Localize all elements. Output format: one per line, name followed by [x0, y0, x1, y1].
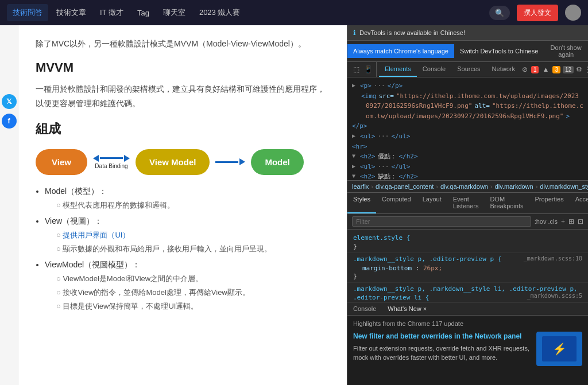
style-file-2: _markdown.scss:5 [527, 293, 582, 299]
device-icon[interactable]: 📱 [363, 64, 374, 75]
whats-new-headline: New filter and better overrides in the N… [353, 332, 531, 341]
list-subitem-model-1: 模型代表應用程序的數據和邏輯。 [56, 200, 330, 211]
bottom-content: Highlights from the Chrome 117 update Ne… [347, 316, 588, 385]
lang-dismiss-button[interactable]: Don't show again [544, 41, 588, 61]
facebook-button[interactable]: f [2, 114, 17, 129]
style-rule-element: element.style { } [347, 232, 588, 253]
list-subitem-view-2: 顯示數據的外觀和布局給用戶，接收用戶輸入，並向用戶呈現。 [56, 244, 330, 254]
article-list: Model（模型）： 模型代表應用程序的數據和邏輯。 View（視圖）： 提供用… [36, 186, 330, 312]
breadcrumb-qa-markdown[interactable]: div.qa-markdown [440, 183, 488, 190]
diagram-viewmodel-box: View Model [136, 149, 210, 175]
styles-tab-styles[interactable]: Styles [347, 193, 376, 213]
styles-filter-input[interactable] [352, 216, 531, 227]
breadcrumb-qa-panel[interactable]: div.qa-panel_content [376, 183, 434, 190]
devtools-source: ▶ <p> ··· </p> <img src= "https://ithelp… [347, 77, 588, 181]
list-subitem-vm-1: ViewModel是Model和View之間的中介層。 [56, 274, 330, 284]
article-mvvm-desc: 一種用於軟體設計和開發的架構模式，建立具有良好結構和可維護性的應用程序，以便更容… [36, 82, 330, 111]
info-badge: 12 [563, 66, 574, 73]
whats-new-text: New filter and better overrides in the N… [353, 332, 531, 363]
styles-tab-layout[interactable]: Layout [417, 193, 447, 213]
add-style-icon[interactable]: + [561, 217, 565, 225]
diagram-arrow-right [215, 158, 245, 165]
nav-item-articles[interactable]: 技術文章 [51, 4, 92, 21]
diagram-model-box: Model [251, 149, 303, 175]
styles-tab-properties[interactable]: Properties [529, 193, 570, 213]
mvvm-diagram: View Data Binding View Model [36, 149, 330, 175]
article-h2-mvvm: MVVM [36, 60, 330, 75]
breadcrumb-learfix[interactable]: learfix [352, 183, 369, 190]
arrow-right-head [124, 155, 130, 162]
whats-new-desc: Filter out extension requests, override … [353, 344, 531, 363]
tab-network[interactable]: Network [486, 62, 521, 77]
hov-cls-label[interactable]: :hov .cls [535, 218, 558, 225]
list-subitem-vm-3: 目標是使View保持簡單，不處理UI邏輯。 [56, 301, 330, 312]
nav-item-jobs[interactable]: IT 徵才 [94, 4, 129, 21]
search-button[interactable]: 🔍 [489, 6, 510, 20]
arrow-left-head [93, 155, 99, 162]
new-style-icon[interactable]: ⊞ [568, 217, 574, 225]
devtools-styles: Styles Computed Layout Event Listeners D… [347, 193, 588, 302]
styles-tabs: Styles Computed Layout Event Listeners D… [347, 193, 588, 214]
styles-tab-accessibility[interactable]: Accessibility [570, 193, 588, 213]
nav-item-ironman[interactable]: 2023 鐵人賽 [194, 4, 246, 21]
styles-tab-computed[interactable]: Computed [376, 193, 417, 213]
notification-text: DevTools is now available in Chinese! [359, 29, 465, 36]
style-prop-margin-bottom: margin-bottom : 26px; [353, 264, 582, 273]
devtools-tab-end: ⊘ 1 ▲ 3 12 ⚙ ⋮ [521, 64, 588, 75]
diagram-view-box: View [36, 149, 87, 175]
source-line-ul2: ▶ <ul> ··· </ul> [352, 162, 583, 172]
settings-icon[interactable]: ⚙ [576, 65, 582, 73]
computed-icon[interactable]: ⊡ [578, 217, 583, 225]
bottom-tab-whatsnew[interactable]: What's New × [382, 302, 432, 315]
write-button[interactable]: 撰人發文 [517, 5, 558, 21]
list-item-view: View（視圖）： 提供用戶界面（UI） 顯示數據的外觀和布局給用戶，接收用戶輸… [45, 216, 330, 254]
devtools-panel: ℹ DevTools is now available in Chinese! … [347, 25, 588, 385]
style-file-1: _markdown.scss:10 [524, 255, 582, 262]
source-line-h2-con: ▼ <h2> 缺點： </h2> [352, 172, 583, 181]
tab-console[interactable]: Console [417, 62, 451, 77]
article-area: 除了MVC以外，另一種軟體設計模式是MVVM（Model-View-ViewMo… [18, 25, 347, 385]
warning-icon: ▲ [541, 64, 550, 75]
lang-match-button[interactable]: Always match Chrome's language [347, 44, 454, 58]
bottom-tabs: Console What's New × [347, 302, 588, 316]
list-subitem-view-1: 提供用戶界面（UI） [56, 230, 330, 240]
arrow-label: Data Binding [95, 163, 127, 169]
whats-new-item: New filter and better overrides in the N… [353, 332, 582, 366]
devtools-bottom: Console What's New × Highlights from the… [347, 302, 588, 385]
tab-sources[interactable]: Sources [451, 62, 486, 77]
devtools-lang-bar: Always match Chrome's language Switch De… [347, 41, 588, 62]
devtools-tab-icons: ⬚ 📱 [350, 62, 377, 77]
styles-tab-events[interactable]: Event Listeners [447, 193, 485, 213]
network-icon: ⚡ [552, 342, 567, 356]
source-line-ul1: ▶ <ul> ··· </ul> [352, 131, 583, 142]
breadcrumb-markdown[interactable]: div.markdown [495, 183, 533, 190]
avatar[interactable] [565, 5, 581, 21]
arrow-right-head-2 [239, 158, 245, 165]
nav-item-chat[interactable]: 聊天室 [157, 4, 191, 21]
search-icon: 🔍 [495, 9, 504, 17]
inspect-icon[interactable]: ⬚ [352, 64, 361, 75]
breadcrumb-markdown-style[interactable]: div.markdown_style [540, 183, 588, 190]
lang-switch-button[interactable]: Switch DevTools to Chinese [454, 44, 544, 58]
list-item-model: Model（模型）： 模型代表應用程序的數據和邏輯。 [45, 186, 330, 211]
source-line-img: <img src= "https://ithelp.ithome.com.tw/… [352, 91, 583, 102]
styles-tab-dom[interactable]: DOM Breakpoints [484, 193, 529, 213]
whats-new-title: Highlights from the Chrome 117 update [353, 320, 582, 327]
top-nav: 技術問答 技術文章 IT 徵才 Tag 聊天室 2023 鐵人賽 🔍 撰人發文 [0, 0, 588, 25]
source-line-1: ▶ <p> ··· </p> [352, 81, 583, 91]
style-rule-markdown-pli: .markdown__style p, .markdown__style li,… [347, 283, 588, 302]
more-icon[interactable]: ⋮ [585, 65, 588, 73]
whats-new-thumbnail: ⚡ [536, 332, 582, 366]
nav-item-qa[interactable]: 技術問答 [7, 4, 48, 21]
source-line-hr: <hr> [352, 142, 583, 152]
diagram-arrow-left: Data Binding [93, 155, 130, 169]
tab-elements[interactable]: Elements [379, 62, 417, 77]
nav-item-tag[interactable]: Tag [131, 5, 155, 21]
source-line-img3: om.tw/upload/images/20230927/20162596sRp… [352, 111, 583, 122]
source-line-img2: 0927/20162596sRng1VHcF9.png" alt= "https… [352, 101, 583, 111]
twitter-button[interactable]: 𝕏 [2, 94, 17, 109]
bottom-tab-console[interactable]: Console [347, 302, 382, 315]
arrow-body [100, 157, 123, 159]
styles-filter: :hov .cls + ⊞ ⊡ [347, 214, 588, 230]
main-area: 𝕏 f 除了MVC以外，另一種軟體設計模式是MVVM（Model-View-Vi… [0, 25, 588, 385]
